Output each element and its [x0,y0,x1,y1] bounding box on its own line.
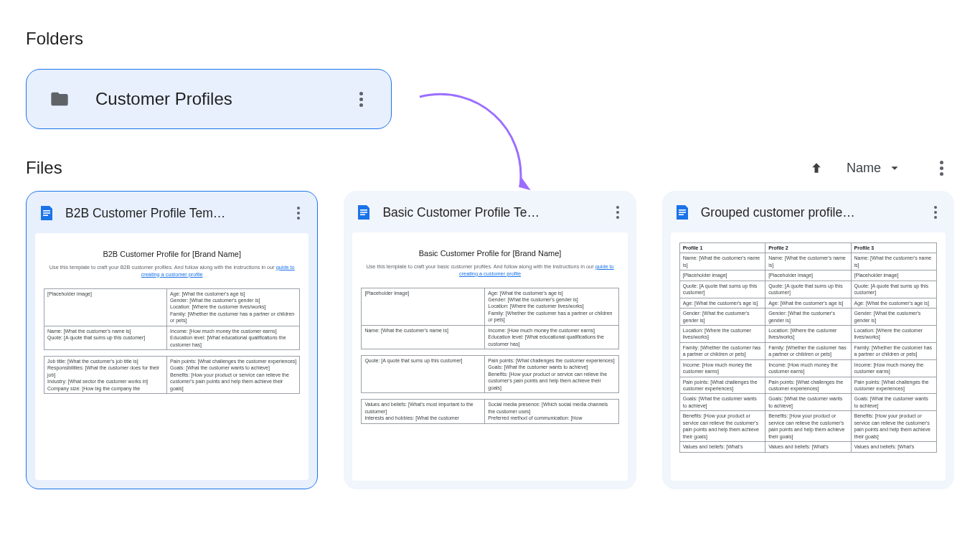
google-doc-icon [355,202,372,222]
file-card-b2b[interactable]: B2B Customer Profile Tem… B2B Customer P… [26,191,318,489]
files-grid: B2B Customer Profile Tem… B2B Customer P… [26,191,954,489]
section-title-files: Files [26,158,809,178]
folder-more-button[interactable] [351,89,371,109]
file-title: Basic Customer Profile Te… [382,205,597,220]
file-more-button[interactable] [288,203,308,223]
sort-field-dropdown[interactable]: Name [847,160,903,176]
svg-rect-8 [679,214,684,215]
svg-rect-2 [43,215,48,216]
folder-name: Customer Profiles [95,89,351,109]
file-preview: B2B Customer Profile for [Brand Name] Us… [35,233,308,480]
sort-field-label: Name [847,161,881,176]
svg-rect-0 [43,210,50,212]
svg-rect-4 [360,212,367,213]
section-title-folders: Folders [26,29,954,49]
svg-rect-6 [679,209,686,211]
svg-rect-1 [43,212,50,214]
folder-customer-profiles[interactable]: Customer Profiles [26,69,392,129]
file-card-basic[interactable]: Basic Customer Profile Te… Basic Custome… [344,191,636,489]
caret-down-icon [887,160,903,176]
svg-rect-3 [360,209,367,211]
files-more-button[interactable] [931,158,951,178]
google-doc-icon [674,202,691,222]
file-title: Grouped customer profile… [701,205,915,220]
file-more-button[interactable] [925,202,946,222]
svg-rect-5 [360,214,365,215]
file-title: B2B Customer Profile Tem… [65,206,278,221]
file-preview: Profile 1Profile 2Profile 3Name: [What t… [671,232,946,481]
sort-direction-button[interactable] [809,161,824,175]
arrow-up-icon [809,161,824,175]
folder-icon [47,89,72,109]
file-more-button[interactable] [608,202,628,222]
svg-rect-7 [679,212,686,213]
google-doc-icon [38,203,55,223]
file-preview: Basic Customer Profile for [Brand Name] … [352,232,627,481]
file-card-grouped[interactable]: Grouped customer profile… Profile 1Profi… [662,191,954,489]
